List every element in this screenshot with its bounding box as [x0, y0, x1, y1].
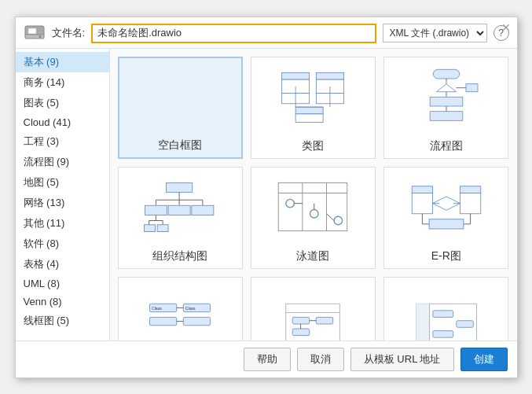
svg-rect-71: [293, 317, 310, 324]
sidebar-item-table[interactable]: 表格 (4): [16, 254, 109, 274]
svg-rect-79: [433, 310, 453, 317]
svg-rect-50: [412, 193, 432, 213]
svg-rect-30: [145, 205, 167, 215]
template-card-class[interactable]: 类图: [251, 57, 376, 159]
template-card-blank[interactable]: 空白框图: [118, 57, 243, 159]
svg-marker-17: [436, 84, 456, 92]
svg-rect-7: [317, 72, 344, 79]
svg-rect-80: [457, 320, 473, 327]
sidebar: 基本 (9) 商务 (14) 图表 (5) Cloud (41) 工程 (3) …: [16, 49, 110, 341]
svg-rect-81: [433, 330, 453, 337]
template-label-flowchart: 流程图: [430, 139, 463, 153]
small1-preview: Class Class: [119, 278, 242, 341]
help-button[interactable]: 帮助: [244, 348, 291, 371]
svg-rect-72: [317, 317, 333, 324]
template-card-flowchart[interactable]: 流程图: [383, 57, 508, 159]
svg-point-3: [39, 35, 41, 38]
svg-rect-1: [28, 28, 36, 34]
template-card-small3[interactable]: [383, 277, 508, 341]
sidebar-item-basic[interactable]: 基本 (9): [16, 52, 109, 72]
svg-rect-19: [430, 97, 463, 106]
svg-rect-4: [282, 72, 310, 79]
svg-rect-32: [192, 205, 214, 215]
cancel-button[interactable]: 取消: [297, 348, 344, 371]
template-card-swimlane[interactable]: 泳道图: [251, 167, 376, 269]
org-preview: [119, 168, 242, 246]
title-bar: 文件名: XML 文件 (.drawio) PNG 文件 (.png) SVG …: [16, 17, 517, 49]
svg-rect-77: [416, 304, 429, 341]
template-card-org[interactable]: 组织结构图: [118, 167, 243, 269]
svg-rect-11: [296, 113, 324, 122]
sidebar-item-flowchart[interactable]: 流程图 (9): [16, 152, 109, 172]
blank-preview: [119, 58, 241, 135]
svg-rect-24: [167, 182, 193, 192]
content-area: 空白框图: [110, 49, 517, 341]
sidebar-item-cloud[interactable]: Cloud (41): [16, 113, 109, 131]
svg-rect-38: [157, 224, 168, 231]
svg-rect-15: [433, 69, 459, 79]
close-button[interactable]: ✕: [501, 22, 511, 33]
svg-rect-10: [296, 107, 324, 114]
sidebar-item-network[interactable]: 网络 (13): [16, 193, 109, 213]
filetype-select[interactable]: XML 文件 (.drawio) PNG 文件 (.png) SVG 文件 (.…: [383, 24, 487, 42]
template-label-class: 类图: [302, 139, 324, 153]
disk-icon: [24, 24, 46, 42]
svg-rect-23: [466, 84, 478, 92]
er-preview: [384, 168, 508, 246]
sidebar-item-wireframe[interactable]: 线框图 (5): [16, 311, 109, 331]
create-button[interactable]: 创建: [460, 348, 508, 371]
sidebar-item-software[interactable]: 软件 (8): [16, 234, 109, 254]
small3-preview: [384, 278, 508, 341]
sidebar-item-engineering[interactable]: 工程 (3): [16, 131, 109, 152]
template-label-org: 组织结构图: [152, 249, 207, 263]
sidebar-item-business[interactable]: 商务 (14): [16, 72, 109, 93]
small2-preview: [251, 278, 375, 341]
svg-rect-49: [412, 186, 432, 193]
svg-rect-52: [460, 193, 480, 213]
svg-rect-64: [183, 317, 210, 325]
sidebar-item-uml[interactable]: UML (8): [16, 274, 109, 293]
svg-text:Class: Class: [185, 306, 196, 311]
url-button[interactable]: 从模板 URL 地址: [350, 348, 454, 371]
swimlane-preview: [251, 168, 375, 246]
svg-rect-73: [293, 329, 310, 336]
template-card-small1[interactable]: Class Class: [118, 277, 243, 341]
svg-text:Class: Class: [152, 306, 162, 311]
sidebar-item-other[interactable]: 其他 (11): [16, 213, 109, 234]
class-preview: [251, 57, 375, 136]
sidebar-item-map[interactable]: 地图 (5): [16, 172, 109, 193]
template-label-er: E-R图: [431, 249, 461, 263]
template-card-er[interactable]: E-R图: [383, 167, 508, 269]
sidebar-item-charts[interactable]: 图表 (5): [16, 93, 109, 113]
filename-label: 文件名:: [52, 26, 86, 40]
dialog: 文件名: XML 文件 (.drawio) PNG 文件 (.png) SVG …: [15, 17, 518, 378]
template-card-small2[interactable]: [251, 277, 376, 341]
svg-rect-31: [168, 205, 190, 215]
template-label-blank: 空白框图: [158, 138, 202, 153]
main-area: 基本 (9) 商务 (14) 图表 (5) Cloud (41) 工程 (3) …: [16, 49, 517, 341]
svg-rect-21: [430, 112, 463, 121]
svg-rect-51: [460, 186, 480, 193]
sidebar-item-venn[interactable]: Venn (8): [16, 293, 109, 311]
footer: 帮助 取消 从模板 URL 地址 创建: [16, 341, 517, 377]
svg-rect-56: [429, 219, 464, 228]
template-label-swimlane: 泳道图: [296, 249, 329, 263]
svg-rect-63: [150, 317, 177, 325]
flowchart-preview: [384, 57, 508, 136]
svg-rect-37: [145, 224, 156, 231]
filename-input[interactable]: [91, 24, 376, 43]
